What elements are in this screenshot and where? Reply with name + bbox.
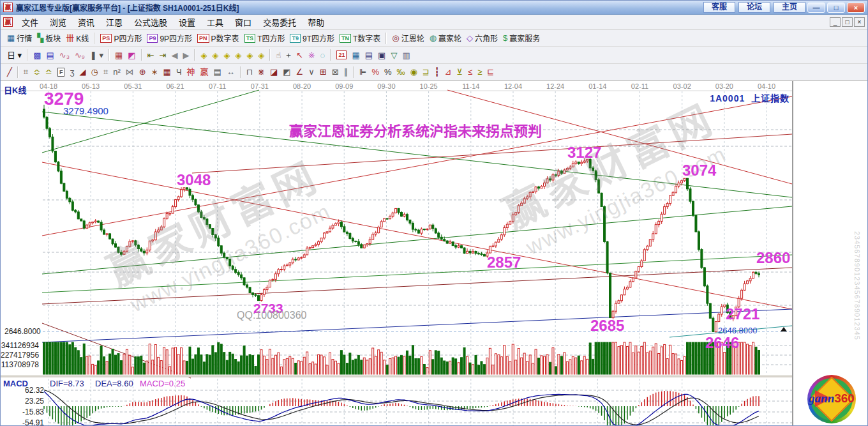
gold-ratio-2-tool[interactable]: ≏ — [43, 66, 55, 77]
close-button[interactable]: × — [847, 3, 865, 13]
angle-up-tool[interactable]: ⊿ — [442, 66, 454, 77]
gold-line-tool[interactable]: ⊒ — [420, 66, 432, 77]
win-tool[interactable]: 赢 — [198, 66, 211, 77]
angle-line-tool[interactable]: ∠ — [294, 66, 306, 77]
gann-diamond-4-button[interactable]: ◈ — [232, 50, 244, 61]
gann-clock-tool[interactable]: ◷ — [89, 66, 101, 77]
gann-diamond-5-button[interactable]: ◈ — [244, 50, 255, 61]
calendar-button[interactable]: 21 — [334, 50, 349, 60]
gann-diamond-6-button[interactable]: ◈ — [255, 50, 267, 61]
angle-cross-tool[interactable]: ⋈ — [123, 66, 137, 77]
parallel-lines-tool[interactable]: ∥ — [341, 66, 351, 77]
minimize-button[interactable]: — — [807, 3, 825, 13]
first-bar-button[interactable]: ⇤ — [145, 50, 157, 61]
band-tool[interactable]: ⊑ — [484, 66, 497, 77]
restore-button[interactable]: □ — [827, 3, 845, 13]
color-chart-button[interactable]: ◩ — [125, 50, 138, 61]
menu-news[interactable]: 资讯 — [72, 15, 100, 29]
mdi-restore-button[interactable]: □ — [842, 17, 853, 27]
zigzag-line-tool[interactable]: ∨ — [306, 66, 317, 77]
grid-box-2-tool[interactable]: ⊠ — [329, 66, 341, 77]
mdi-minimize-button[interactable]: _ — [830, 17, 841, 27]
angle-down-tool[interactable]: ⊻ — [454, 66, 465, 77]
magnet-tool-button[interactable]: ※ — [306, 50, 318, 61]
hexagon-button[interactable]: ◇六角形 — [464, 32, 500, 44]
t9-square-button[interactable]: T99T四方形 — [287, 32, 337, 44]
home-button[interactable]: 主页 — [774, 2, 805, 13]
percent-tool[interactable]: % — [382, 66, 394, 77]
gold-circle-tool[interactable]: ◉ — [408, 66, 420, 77]
wave9-button[interactable]: ∿₉ — [72, 50, 87, 61]
macd-indicator-label[interactable]: MACD — [3, 379, 28, 388]
fibonacci-tool[interactable]: F — [55, 67, 68, 77]
gann-fan-tool[interactable]: ∗ — [149, 66, 161, 77]
menu-gann[interactable]: 江恩 — [100, 15, 128, 29]
gann-ruler-tool[interactable]: ⌗ — [21, 66, 31, 77]
frame-tool[interactable]: ⊓ — [244, 66, 255, 77]
t-number-table-button[interactable]: TNT数字表 — [337, 32, 383, 44]
gold-ratio-1-tool[interactable]: ≎ — [31, 66, 43, 77]
forum-button[interactable]: 论坛 — [738, 2, 770, 13]
wave-mark-tool[interactable]: Ч — [174, 66, 184, 77]
crosshair-tool-button[interactable]: + — [283, 50, 294, 61]
last-bar-button[interactable]: ⇥ — [157, 50, 169, 61]
pointer-tool-button[interactable]: ↖ — [294, 50, 306, 61]
shade-box-1-tool[interactable]: ◪ — [267, 66, 280, 77]
scale-tool[interactable]: ⊫ — [357, 66, 369, 77]
shen-tool[interactable]: 神 — [184, 66, 198, 77]
span-tool[interactable]: ↔ — [224, 66, 237, 77]
t-square-button[interactable]: TST四方形 — [242, 32, 288, 44]
calculator-button[interactable]: ▦ — [349, 50, 362, 61]
percent-retrace-tool[interactable]: % — [369, 66, 382, 77]
price-mark-tool[interactable]: ┇ — [432, 66, 442, 77]
gann-diamond-3-button[interactable]: ◈ — [221, 50, 232, 61]
region-tool-button[interactable]: ◌ — [318, 50, 328, 61]
stock-diagram-button[interactable]: ▦ — [112, 50, 125, 61]
p9-square-button[interactable]: P99P四方形 — [144, 32, 195, 44]
spiral-tool[interactable]: ʒ — [67, 66, 77, 77]
gann-wheel-button[interactable]: ◎江恩轮 — [389, 32, 426, 44]
n-square-tool[interactable]: n² — [110, 66, 123, 77]
menu-window[interactable]: 窗口 — [229, 15, 257, 29]
slope-le-tool[interactable]: ≤ — [465, 66, 475, 77]
menu-tools[interactable]: 工具 — [201, 15, 229, 29]
info-doc-button[interactable]: ▤ — [43, 50, 56, 61]
grid123-tool[interactable]: ▤ — [211, 66, 224, 77]
menu-help[interactable]: 帮助 — [302, 15, 330, 29]
menu-file[interactable]: 文件 — [16, 15, 44, 29]
grid-box-1-tool[interactable]: ⊞ — [317, 66, 329, 77]
print-button[interactable]: ▥ — [400, 50, 412, 61]
period-day-button[interactable]: 日 ▾ — [4, 50, 24, 61]
wave3-button[interactable]: ∿₃ — [57, 50, 72, 61]
hand-tool-button[interactable]: ☝ — [273, 50, 283, 61]
support-button[interactable]: 客服 — [703, 2, 735, 13]
p-number-table-button[interactable]: PNP数字表 — [195, 32, 242, 44]
zigzag-chart-button[interactable]: ▩ — [31, 50, 43, 61]
menu-settings[interactable]: 设置 — [173, 15, 201, 29]
p-square-button[interactable]: PSP四方形 — [98, 32, 144, 44]
menu-browse[interactable]: 浏览 — [44, 15, 72, 29]
price-ruler-tool[interactable]: ⌗ — [101, 66, 110, 77]
next-bar-button[interactable]: ▶ — [180, 50, 191, 61]
gann-diamond-2-button[interactable]: ◈ — [209, 50, 221, 61]
gann-diamond-1-button[interactable]: ◈ — [198, 50, 209, 61]
save-button[interactable]: ▣ — [375, 50, 388, 61]
gann-grid-tool[interactable]: ▦ — [161, 66, 174, 77]
slope-ge-tool[interactable]: ≥ — [475, 66, 484, 77]
candle-style-button[interactable]: ❚ ▾ — [87, 50, 106, 61]
shade-box-2-tool[interactable]: ◩ — [280, 66, 293, 77]
export-button[interactable]: ▽ — [388, 50, 400, 61]
quotes-button[interactable]: ▦行情 — [4, 32, 34, 44]
mark-tool[interactable]: ◢ — [77, 66, 89, 77]
notes-button[interactable]: ▤ — [363, 50, 375, 61]
permille-tool[interactable]: ‰ — [394, 66, 408, 77]
kline-button[interactable]: 卌K线 — [63, 32, 91, 44]
winner-service-button[interactable]: $赢家服务 — [500, 32, 542, 44]
ray-fan-tool[interactable]: ⋇ — [255, 66, 267, 77]
menu-formula-picker[interactable]: 公式选股 — [128, 15, 173, 29]
mdi-close-button[interactable]: × — [854, 17, 865, 27]
sectors-button[interactable]: ▚板块 — [34, 32, 63, 44]
draw-pen-tool[interactable]: ╱ — [4, 66, 15, 77]
winner-wheel-button[interactable]: ◍赢家轮 — [427, 32, 464, 44]
gann-circle-tool[interactable]: ⊕ — [137, 66, 149, 77]
